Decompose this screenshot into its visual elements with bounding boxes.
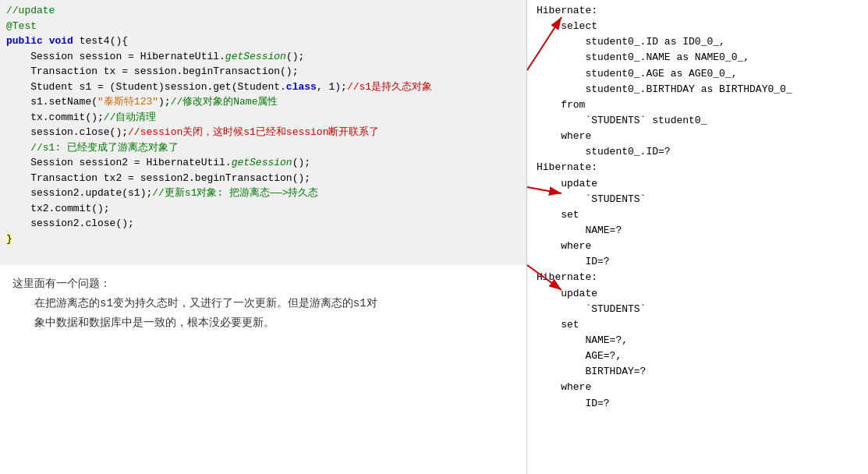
code-line-7: session.close();//session关闭，这时候s1已经和sess… (6, 126, 379, 138)
left-panel: //update @Test public void test4(){ Sess… (0, 0, 527, 474)
annotation: @Test (6, 20, 37, 32)
code-line-5: s1.setName("泰斯特123");//修改对象的Name属性 (6, 96, 278, 108)
hibernate-header-3: Hibernate: (537, 271, 597, 283)
text-area: 这里面有一个问题： 在把游离态的s1变为持久态时，又进行了一次更新。但是游离态的… (0, 265, 526, 474)
code-line-1: public void test4(){ (6, 35, 128, 47)
code-line-12: tx2.commit(); (6, 203, 110, 214)
code-line-4: Student s1 = (Student)session.get(Studen… (6, 81, 432, 93)
code-line-10: Transaction tx2 = session2.beginTransact… (6, 172, 310, 184)
code-line-8: //s1: 已经变成了游离态对象了 (6, 142, 179, 154)
description-body: 在把游离态的s1变为持久态时，又进行了一次更新。但是游离态的s1对象中数据和数据… (34, 294, 514, 333)
sql-output: Hibernate: select student0_.ID as ID0_0_… (537, 3, 859, 412)
code-line-9: Session session2 = HibernateUtil.getSess… (6, 157, 310, 168)
code-line-3: Transaction tx = session.beginTransactio… (6, 65, 298, 77)
hibernate-header-2: Hibernate: (537, 161, 597, 173)
hibernate-header-1: Hibernate: (537, 5, 597, 16)
code-line-2: Session session = HibernateUtil.getSessi… (6, 51, 304, 62)
closing-brace-line: } (6, 233, 12, 245)
right-panel: Hibernate: select student0_.ID as ID0_0_… (527, 0, 868, 474)
description-title: 这里面有一个问题： (12, 274, 514, 294)
comment-update: //update (6, 5, 55, 16)
code-line-11: session2.update(s1);//更新s1对象: 把游离态——>持久态 (6, 187, 318, 199)
code-area: //update @Test public void test4(){ Sess… (0, 0, 526, 265)
code-line-6: tx.commit();//自动清理 (6, 111, 156, 123)
code-line-13: session2.close(); (6, 218, 134, 229)
